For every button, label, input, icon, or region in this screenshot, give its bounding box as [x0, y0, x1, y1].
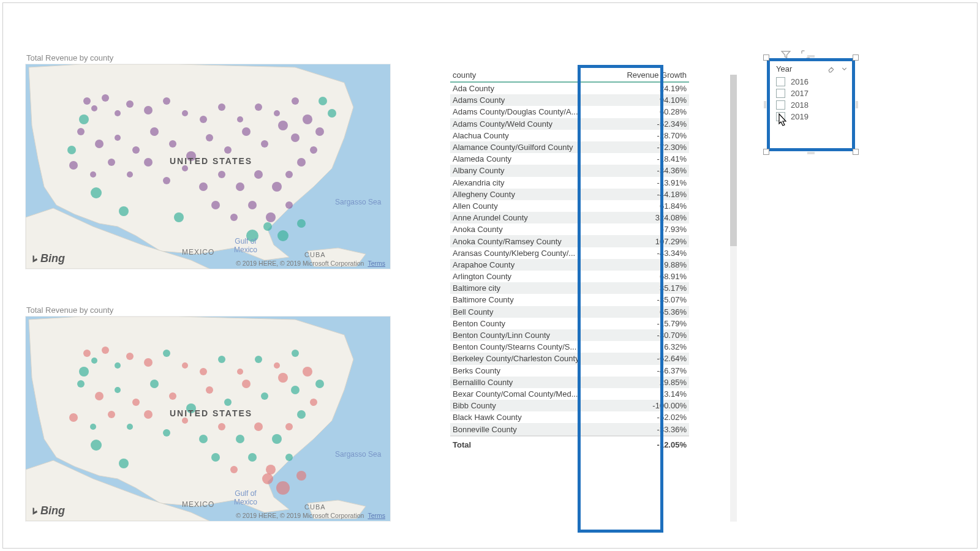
table-row[interactable]: Berkeley County/Charleston County-62.64% [450, 353, 689, 364]
table-row[interactable]: Bell County65.36% [450, 306, 689, 318]
svg-point-85 [262, 473, 273, 484]
svg-point-50 [67, 146, 76, 154]
cell-county: Bell County [450, 306, 609, 318]
slicer-item[interactable]: 2018 [776, 99, 848, 111]
svg-point-43 [200, 116, 207, 123]
svg-point-42 [285, 201, 293, 209]
table-row[interactable]: Benton County/Linn County-30.70% [450, 329, 689, 341]
table-row[interactable]: Aransas County/Kleberg County/...-43.34% [450, 247, 689, 259]
table-row[interactable]: Benton County/Stearns County/S...6.32% [450, 341, 689, 353]
table-row[interactable]: Alachua County-28.70% [450, 130, 689, 141]
year-slicer[interactable]: Year 2016201720182019 [767, 58, 855, 151]
svg-point-3 [115, 110, 121, 116]
cell-growth: 61.84% [609, 200, 689, 212]
eraser-icon[interactable] [827, 65, 835, 73]
table-row[interactable]: Arlington County68.91% [450, 271, 689, 282]
table-row[interactable]: Anoka County-7.93% [450, 223, 689, 235]
label-gulf: Gulf of Mexico [234, 237, 257, 254]
terms-link[interactable]: Terms [368, 260, 385, 267]
checkbox[interactable] [776, 100, 785, 110]
table-row[interactable]: Albany County-34.36% [450, 165, 689, 176]
svg-point-88 [91, 358, 97, 364]
cell-growth: 24.19% [609, 82, 689, 94]
cell-county: Benton County/Stearns County/S... [450, 341, 609, 353]
revenue-growth-table[interactable]: county Revenue Growth Ada County24.19%Ad… [450, 69, 689, 520]
svg-point-91 [77, 380, 85, 388]
table-row[interactable]: Adams County94.10% [450, 94, 689, 106]
table-row[interactable]: Bibb County-100.00% [450, 400, 689, 411]
table-row[interactable]: Allen County61.84% [450, 200, 689, 212]
cell-growth: -15.79% [609, 318, 689, 329]
svg-point-106 [211, 453, 220, 462]
svg-point-45 [237, 116, 243, 122]
svg-point-52 [119, 206, 129, 216]
cell-growth: 35.17% [609, 282, 689, 294]
cell-county: Berkeley County/Charleston County [450, 353, 609, 364]
svg-point-12 [150, 127, 159, 136]
table-row[interactable]: Bernalillo County29.85% [450, 377, 689, 388]
cell-county: Benton County [450, 318, 609, 329]
table-row[interactable]: Allegheny County-44.18% [450, 189, 689, 200]
slicer-title: Year [776, 64, 792, 73]
table-row[interactable]: Arapahoe County9.88% [450, 259, 689, 271]
svg-point-78 [108, 411, 115, 418]
map-revenue-by-county-1[interactable]: Total Revenue by county UNITED STATES ME… [25, 53, 390, 269]
svg-point-99 [297, 410, 306, 419]
svg-point-39 [230, 214, 238, 221]
cell-growth: -62.64% [609, 353, 689, 364]
table-row[interactable]: Adams County/Douglas County/A...60.28% [450, 106, 689, 118]
table-row[interactable]: Black Hawk County-52.02% [450, 411, 689, 423]
checkbox[interactable] [776, 89, 785, 98]
slicer-item[interactable]: 2017 [776, 88, 848, 99]
checkbox[interactable] [776, 112, 785, 121]
svg-point-79 [69, 413, 78, 422]
svg-point-16 [224, 146, 232, 154]
svg-point-109 [218, 356, 225, 363]
svg-point-63 [144, 358, 153, 367]
table-row[interactable]: Benton County-15.79% [450, 318, 689, 329]
svg-point-34 [127, 171, 133, 178]
cell-county: Berks County [450, 365, 609, 377]
slicer-item-label: 2018 [791, 100, 809, 110]
table-row[interactable]: Baltimore County-35.07% [450, 294, 689, 305]
svg-point-17 [242, 127, 251, 136]
svg-point-114 [79, 367, 89, 377]
svg-point-97 [291, 386, 300, 394]
col-revenue-growth[interactable]: Revenue Growth [609, 69, 689, 82]
table-row[interactable]: Alexandria city-13.91% [450, 177, 689, 189]
cell-growth: -44.18% [609, 189, 689, 200]
chevron-down-icon[interactable] [840, 65, 848, 73]
table-scrollbar[interactable] [730, 75, 737, 522]
svg-point-72 [310, 399, 317, 406]
svg-point-25 [285, 171, 293, 178]
cell-county: Adams County/Douglas County/A... [450, 106, 609, 118]
table-row[interactable]: Alamance County/Guilford County-72.30% [450, 141, 689, 153]
table-row[interactable]: Bonneville County-33.36% [450, 423, 689, 435]
slicer-item[interactable]: 2019 [776, 111, 848, 122]
table-row[interactable]: Bexar County/Comal County/Med...13.14% [450, 388, 689, 400]
table-row[interactable]: Anoka County/Ramsey County107.29% [450, 235, 689, 247]
table-row[interactable]: Anne Arundel County324.08% [450, 212, 689, 223]
terms-link[interactable]: Terms [368, 512, 385, 519]
svg-point-67 [169, 392, 176, 400]
cell-growth: 6.32% [609, 341, 689, 353]
table-row[interactable]: Ada County24.19% [450, 82, 689, 94]
cell-county: Alamance County/Guilford County [450, 141, 609, 153]
svg-point-6 [163, 97, 170, 105]
table-row[interactable]: Adams County/Weld County-52.34% [450, 118, 689, 130]
svg-point-4 [126, 100, 134, 108]
cell-county: Allen County [450, 200, 609, 212]
svg-point-46 [255, 103, 262, 111]
label-gulf: Gulf of Mexico [234, 489, 257, 506]
svg-point-7 [182, 110, 188, 116]
table-row[interactable]: Alameda County-18.41% [450, 153, 689, 165]
map-revenue-by-county-2[interactable]: Total Revenue by county UNITED STATES ME… [25, 305, 390, 522]
cell-county: Bibb County [450, 400, 609, 411]
table-row[interactable]: Berks County-46.37% [450, 365, 689, 377]
col-county[interactable]: county [450, 69, 609, 82]
cell-growth: 13.14% [609, 388, 689, 400]
cell-county: Bexar County/Comal County/Med... [450, 388, 609, 400]
checkbox[interactable] [776, 77, 785, 86]
slicer-item[interactable]: 2016 [776, 76, 848, 88]
table-row[interactable]: Baltimore city35.17% [450, 282, 689, 294]
